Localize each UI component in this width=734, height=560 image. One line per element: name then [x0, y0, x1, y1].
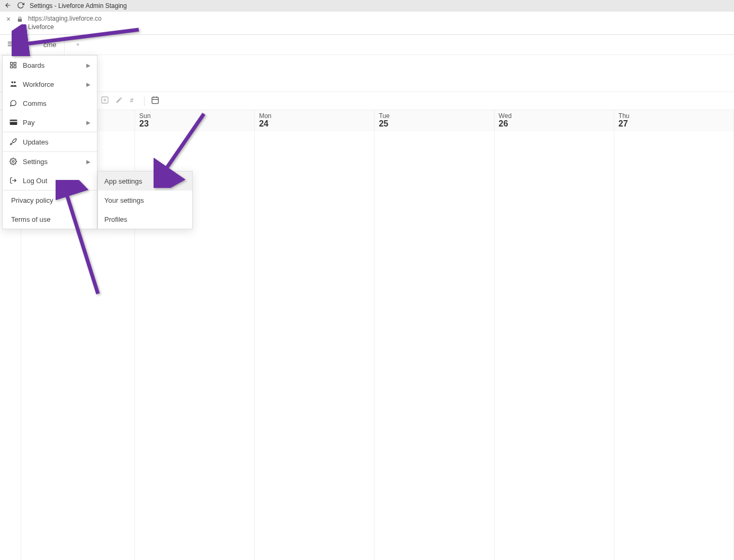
svg-rect-9 — [152, 97, 158, 104]
browser-top-bar: Settings - Liveforce Admin Staging — [0, 0, 734, 12]
svg-text:⇵: ⇵ — [130, 98, 134, 103]
chevron-right-icon: ▶ — [86, 120, 91, 125]
tab-add-button[interactable] — [70, 41, 86, 49]
chevron-right-icon: ▶ — [86, 62, 91, 68]
main-menu: Boards ▶ Workforce ▶ Comms Pay ▶ Updates… — [2, 55, 97, 229]
svg-point-17 — [11, 82, 13, 84]
submenu-item-app-settings[interactable]: App settings — [98, 171, 192, 191]
svg-rect-14 — [14, 62, 16, 65]
url-bar: https://staging.liveforce.co Liveforce — [0, 12, 734, 35]
calendar-icon[interactable] — [151, 96, 159, 106]
calendar-day-column[interactable] — [614, 131, 734, 560]
menu-item-privacy[interactable]: Privacy policy — [3, 191, 97, 210]
people-icon — [9, 80, 17, 88]
svg-rect-15 — [14, 66, 16, 68]
close-icon[interactable] — [5, 16, 12, 24]
calendar-day-header[interactable]: Tue 25 — [374, 110, 494, 131]
add-box-icon[interactable] — [101, 96, 109, 106]
calendar-day-header[interactable]: Thu 27 — [614, 110, 734, 131]
svg-rect-20 — [10, 121, 17, 122]
pencil-icon[interactable] — [115, 96, 123, 105]
reload-icon[interactable] — [17, 2, 24, 11]
wallet-icon — [9, 118, 17, 127]
svg-rect-19 — [10, 120, 17, 125]
menu-item-comms[interactable]: Comms — [3, 94, 97, 113]
back-icon[interactable] — [4, 2, 12, 11]
toolbar-bar: ⇵ — [0, 92, 734, 110]
calendar-day-header[interactable]: Mon 24 — [255, 110, 374, 131]
calendar-day-header[interactable]: Sun 23 — [135, 110, 255, 131]
svg-rect-13 — [11, 62, 13, 65]
url-text: https://staging.liveforce.co — [28, 15, 102, 23]
logout-icon — [9, 176, 17, 185]
calendar-day-header[interactable]: Wed 26 — [495, 110, 614, 131]
calendar-day-column[interactable] — [255, 131, 374, 560]
calendar-day-column[interactable] — [374, 131, 494, 560]
site-name: Liveforce — [28, 23, 102, 32]
gear-icon — [9, 157, 17, 166]
svg-point-18 — [14, 82, 16, 84]
hamburger-icon[interactable] — [3, 37, 18, 52]
settings-submenu: App settings Your settings Profiles — [97, 171, 193, 229]
tab-label: cme — [43, 41, 57, 49]
svg-rect-16 — [11, 66, 13, 68]
grid-icon — [9, 61, 17, 69]
menu-item-logout[interactable]: Log Out — [3, 171, 97, 190]
menu-item-settings[interactable]: Settings ▶ — [3, 152, 97, 171]
menu-item-boards[interactable]: Boards ▶ — [3, 56, 97, 75]
page-title: Settings - Liveforce Admin Staging — [30, 2, 127, 10]
chat-icon — [9, 99, 17, 107]
submenu-item-profiles[interactable]: Profiles — [98, 210, 192, 229]
app-bar: cme — [0, 35, 734, 55]
tab-cme[interactable]: cme — [36, 35, 65, 55]
svg-point-21 — [12, 160, 14, 162]
chevron-right-icon: ▶ — [86, 82, 91, 87]
toolbar-separator — [144, 96, 145, 106]
rocket-icon — [9, 138, 17, 146]
menu-item-updates[interactable]: Updates — [3, 132, 97, 151]
menu-item-pay[interactable]: Pay ▶ — [3, 113, 97, 132]
calendar-header: Sun 23 Mon 24 Tue 25 Wed 26 Thu 27 — [0, 110, 734, 131]
lock-icon — [17, 16, 23, 24]
calendar-day-column[interactable] — [495, 131, 614, 560]
numbers-icon[interactable]: ⇵ — [129, 96, 138, 106]
blank-header-area — [0, 55, 734, 92]
menu-item-workforce[interactable]: Workforce ▶ — [3, 75, 97, 94]
chevron-right-icon: ▶ — [86, 159, 91, 165]
menu-item-terms[interactable]: Terms of use — [3, 210, 97, 229]
submenu-item-your-settings[interactable]: Your settings — [98, 191, 192, 210]
